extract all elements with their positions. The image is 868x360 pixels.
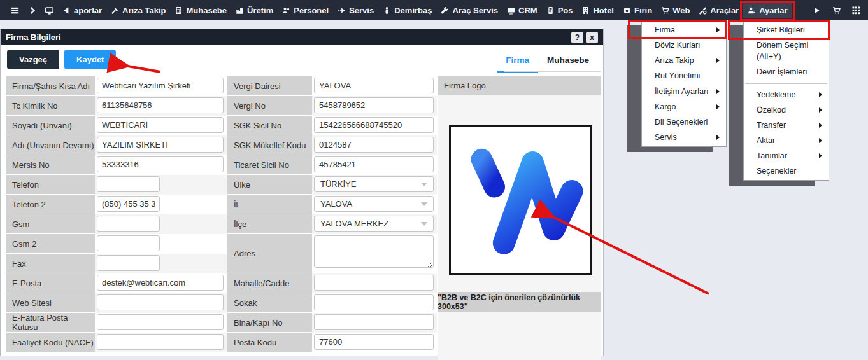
nav-item-hotel[interactable]: Hotel [577,3,618,18]
nav-item-servis[interactable]: Servis [333,3,378,18]
menu-item-rut-yonetimi[interactable]: Rut Yönetimi [642,68,726,83]
nav-item-monitor[interactable] [41,4,58,17]
menu-item-devir-iislemleri[interactable]: Devir İşlemleri [744,64,829,80]
nav-item-raporlar[interactable]: aporlar [58,3,106,18]
e-fatura-posta-kutusu-input[interactable] [97,314,224,330]
nav-item-muhasebe[interactable]: Muhasebe [170,3,231,18]
menu-item-sirket-bilgileri[interactable]: Şirket Bilgileri [744,22,829,38]
submenu-arrow-icon [819,92,822,97]
sgk-sicil-no-input[interactable] [314,117,434,133]
nav-item-ariza-takip[interactable]: Arıza Takip [106,3,170,18]
tc-kimlik-no-input[interactable] [97,97,224,113]
menu-item-kargo[interactable]: Kargo [642,99,726,114]
form-row: Telefon 2 [6,195,227,214]
nav-item-firin[interactable]: Fırın [618,3,657,18]
save-button[interactable]: Kaydet [64,50,116,69]
field-label-adres: Adres [227,234,312,273]
nav-item-hamburger[interactable] [6,4,24,17]
iilce-select[interactable]: YALOVA MERKEZ [314,216,434,232]
gsm-2-input[interactable] [97,235,160,251]
submenu-arrow-icon [819,138,822,143]
mersis-no-input[interactable] [97,156,224,172]
menu-item-label: İletişim Ayarları [655,86,709,97]
select-value: TÜRKİYE [320,179,356,189]
nav-item-pos[interactable]: Pos [542,3,578,18]
nav-item-crm[interactable]: CRM [502,3,542,18]
form-row: Vergi Dairesi [227,76,437,96]
field-value-cell [95,273,227,293]
cancel-button[interactable]: Vazgeç [7,50,59,69]
menu-item-transfer[interactable]: Transfer [744,118,829,133]
field-value-cell [95,234,227,254]
mahalle-cadde-input[interactable] [314,275,434,291]
menu-item-servis[interactable]: Servis [642,130,726,145]
nav-item-uretim[interactable]: Üretim [231,3,278,18]
field-value-cell [312,76,437,96]
nav-item-play[interactable] [811,4,822,17]
form-row: Sokak [227,293,437,313]
nav-item-araclar[interactable]: Araçlar [694,3,743,18]
field-label-sokak: Sokak [227,293,312,313]
nav-item-personel[interactable]: Personel [278,3,333,18]
gsm-input[interactable] [97,216,160,232]
adres-textarea[interactable] [314,235,434,268]
field-value-cell [95,195,227,214]
ulke-select[interactable]: TÜRKİYE [314,176,434,192]
nav-item-arac-servis[interactable]: Araç Servis [436,3,502,18]
logo-resolution-hint: "B2B ve B2C için önerilen çözünürlük 300… [438,292,601,312]
nav-item-ayarlar[interactable]: Ayarlar [743,3,792,18]
sgk-mukellef-kodu-input[interactable] [314,137,434,153]
triangle-left-icon [62,6,71,15]
field-label-fax: Fax [6,254,95,273]
submenu-arrow-icon [716,135,720,140]
e-posta-input[interactable] [97,275,224,291]
field-value-cell [95,96,227,116]
vergi-no-input[interactable] [314,97,434,113]
nav-item-apps-grid[interactable] [851,4,862,17]
nav-item-label: Web [672,6,690,15]
vergi-dairesi-input[interactable] [314,78,434,93]
bina-kapi-no-input[interactable] [314,314,434,330]
menu-item-ariza-takip[interactable]: Arıza Takip [642,53,726,68]
close-button[interactable]: x [586,32,598,43]
web-sitesi-input[interactable] [97,294,224,310]
form-row: Firma/Şahıs Kısa Adı [6,76,227,96]
menu-item-iiletisim-ayarlari[interactable]: İletişim Ayarları [642,84,726,99]
adi-unvanin-devami-input[interactable] [97,137,224,153]
tab-firma[interactable]: Firma [497,52,538,73]
company-logo-box[interactable] [449,125,592,275]
nav-item-chevron-right[interactable] [24,4,41,17]
sokak-input[interactable] [314,294,434,310]
submenu-arrow-icon [716,27,720,32]
posta-kodu-input[interactable] [314,334,434,350]
nav-item-label: Personel [294,6,329,15]
nav-item-cart[interactable] [831,4,842,17]
form-row: Gsm 2 [6,234,227,254]
menu-item-label: Kargo [655,101,676,113]
menu-item-firma[interactable]: Firma [642,22,726,38]
menu-item-doviz-kurlari[interactable]: Döviz Kurları [642,38,726,53]
field-value-cell [95,116,227,135]
menu-item-yedekleme[interactable]: Yedekleme [744,87,829,102]
soyadi-unvani-input[interactable] [97,117,224,133]
field-value-cell [312,96,437,116]
nav-item-web[interactable]: Web [657,3,694,18]
ticaret-sicil-no-input[interactable] [314,156,434,172]
fax-input[interactable] [97,255,160,271]
nav-item-demirbas[interactable]: Demirbaş [378,3,436,18]
firma-sahis-kisa-adi-input[interactable] [97,78,224,93]
window-titlebar: Firma Bilgileri ? x [1,29,603,45]
menu-item-donem-secimi-alt-y[interactable]: Dönem Seçimi (Alt+Y) [744,38,829,64]
telefon-2-input[interactable] [97,196,160,212]
menu-item-secenekler[interactable]: Seçenekler [744,163,829,179]
faaliyet-kodu-nace-input[interactable] [97,334,224,350]
tab-muhasebe[interactable]: Muhasebe [538,52,598,73]
help-button[interactable]: ? [571,32,583,43]
iil-select[interactable]: YALOVA [314,196,434,212]
chevron-down-icon [421,202,427,206]
menu-item-ozelkod[interactable]: Özelkod [744,102,829,118]
menu-item-aktar[interactable]: Aktar [744,133,829,148]
telefon-input[interactable] [97,176,160,192]
menu-item-dil-secenekleri[interactable]: Dil Seçenekleri [642,114,726,130]
menu-item-tanimlar[interactable]: Tanımlar [744,148,829,163]
